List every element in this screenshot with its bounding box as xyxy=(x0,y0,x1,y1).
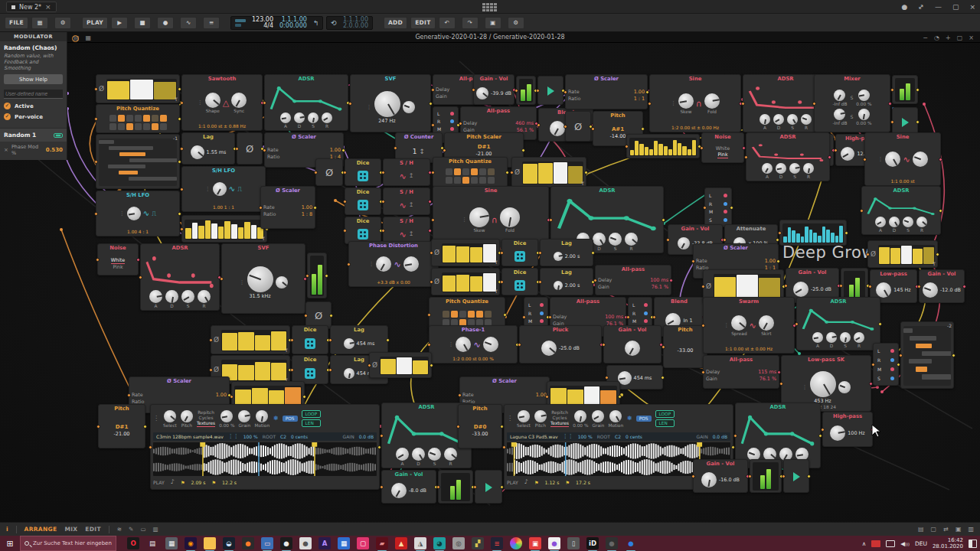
show-help-button[interactable]: Show Help xyxy=(4,74,63,84)
output-port-icon[interactable] xyxy=(776,259,780,263)
input-port-icon[interactable] xyxy=(691,474,695,478)
env-knob-R[interactable] xyxy=(625,233,638,246)
taskbar-icon-dark-red-app[interactable]: ▰ xyxy=(376,537,388,549)
env-knob-S[interactable] xyxy=(428,448,441,461)
key-bar[interactable] xyxy=(198,226,204,238)
taskbar-icon-color-wheel[interactable] xyxy=(510,537,522,549)
dice-4[interactable]: Dice xyxy=(501,239,538,266)
note-seq-b[interactable]: -2 xyxy=(900,321,954,389)
input-port-icon[interactable] xyxy=(700,146,704,150)
env-knob-R[interactable] xyxy=(444,448,457,461)
input-port-icon[interactable] xyxy=(94,87,98,91)
input-port-icon[interactable] xyxy=(381,229,385,233)
cutoff-knob[interactable] xyxy=(247,266,273,292)
env-knob-D[interactable] xyxy=(826,332,837,343)
resonance-knob[interactable] xyxy=(276,276,288,289)
taskbar-icon-blue-sphere[interactable]: ● xyxy=(625,537,637,549)
input-port-icon[interactable] xyxy=(538,251,542,255)
param-value[interactable]: 1 : 8 xyxy=(302,212,312,217)
output-port-icon[interactable] xyxy=(730,206,733,210)
osc-knob-2[interactable] xyxy=(913,152,928,167)
input-port-icon[interactable] xyxy=(648,102,652,106)
output-port-icon[interactable] xyxy=(878,322,882,326)
file-icon[interactable]: ▢ xyxy=(931,526,937,533)
fullscreen-icon[interactable]: ↔ xyxy=(916,2,926,11)
osc-settings[interactable]: 1:1 0.00 st xyxy=(865,179,940,184)
taskbar-icon-opera[interactable]: O xyxy=(127,537,139,549)
input-port-icon[interactable] xyxy=(443,148,446,152)
slider-bar[interactable] xyxy=(130,80,152,99)
end-time[interactable]: 17.2 s xyxy=(576,480,590,485)
taskbar-icon-explorer[interactable] xyxy=(204,537,216,549)
taskbar-icon-firefox[interactable]: ◉ xyxy=(185,537,197,549)
step-cell[interactable] xyxy=(143,123,150,130)
pluck-1[interactable]: Pluck-25.0 dB xyxy=(519,325,602,364)
amount-knob[interactable] xyxy=(830,425,845,441)
taskbar-icon-jpg-app[interactable]: ▣ xyxy=(529,537,541,549)
zoom-in-icon[interactable]: + xyxy=(946,34,951,41)
taskbar-icon-speaker-box[interactable]: ▯ xyxy=(567,537,580,549)
amount-knob[interactable] xyxy=(550,121,565,136)
envelope-display[interactable] xyxy=(143,253,217,289)
automation-icon[interactable]: ∿ xyxy=(180,17,197,29)
env-knob-D[interactable] xyxy=(889,217,900,227)
output-port-icon[interactable] xyxy=(952,354,956,357)
input-port-icon[interactable] xyxy=(748,474,752,478)
taskbar-icon-gray-swirl[interactable]: ◎ xyxy=(452,537,465,549)
lag-3[interactable]: Lag2.00 s xyxy=(540,268,593,295)
input-port-icon[interactable] xyxy=(723,238,727,242)
vbars-a[interactable] xyxy=(626,134,700,158)
amount-knob[interactable] xyxy=(191,145,204,159)
slider-bar[interactable] xyxy=(470,247,483,262)
osc-settings[interactable]: 1:1 0.00 st ± 0.88 Hz xyxy=(182,124,262,129)
slider-bar[interactable] xyxy=(381,359,396,374)
sample-file-bar[interactable]: Laguna C3 Pad5.wav⋮⋮100 %ROOTC20 centsGA… xyxy=(507,432,730,441)
output-port-icon[interactable] xyxy=(962,285,966,289)
param-row[interactable]: Ratio1 : 8 xyxy=(263,212,312,217)
cutoff-value[interactable]: 31.5 kHz xyxy=(249,293,270,299)
osc-knob-1[interactable] xyxy=(678,93,694,109)
input-port-icon[interactable] xyxy=(180,227,184,231)
note-lane[interactable] xyxy=(903,326,951,386)
per-voice-checkbox-row[interactable]: ✓ Per-voice xyxy=(4,113,63,120)
step-cell[interactable] xyxy=(152,115,158,122)
device-icon[interactable]: ▣ xyxy=(956,526,962,533)
input-port-icon[interactable] xyxy=(890,120,894,124)
output-port-icon[interactable] xyxy=(302,395,306,399)
slider-bank-a[interactable]: ØT xyxy=(96,74,180,103)
dice-icon[interactable] xyxy=(514,280,525,291)
output-port-icon[interactable] xyxy=(916,120,920,124)
param-value[interactable]: 1.00 xyxy=(302,205,312,210)
input-port-icon[interactable] xyxy=(94,117,98,121)
key-bar[interactable] xyxy=(251,225,257,239)
slider-bar[interactable] xyxy=(759,278,780,298)
output-port-icon[interactable] xyxy=(641,127,645,131)
keyboard-language[interactable]: DEU xyxy=(915,540,927,547)
param-row[interactable]: Rate1.00 xyxy=(462,393,547,398)
osc-knob-2[interactable] xyxy=(759,315,774,331)
sample-file-name[interactable]: Laguna C3 Pad5.wav xyxy=(510,434,558,439)
active-checkbox-row[interactable]: ✓ Active xyxy=(4,103,63,109)
input-port-icon[interactable] xyxy=(381,171,385,174)
gainvol-1[interactable]: Gain - Vol-39.9 dB xyxy=(473,74,514,105)
slider-bar[interactable] xyxy=(456,275,469,292)
pitch-note[interactable]: D#0 xyxy=(474,424,487,430)
envelope-display[interactable] xyxy=(864,196,938,216)
mode-repitch[interactable]: Repitch xyxy=(198,410,214,416)
osc-knob-1[interactable] xyxy=(376,256,391,272)
channel-port-icon[interactable] xyxy=(724,210,727,214)
param-row[interactable]: Rate1.00 xyxy=(696,259,776,264)
pan-knob[interactable] xyxy=(858,90,870,101)
pitch-note[interactable]: D#1 xyxy=(478,144,491,150)
amount-value[interactable]: 454 ms xyxy=(634,375,652,381)
input-port-icon[interactable] xyxy=(394,146,397,150)
input-port-icon[interactable] xyxy=(917,285,921,289)
output-port-icon[interactable] xyxy=(662,218,665,222)
key-bar[interactable] xyxy=(224,221,230,239)
env-knob-D[interactable] xyxy=(165,290,178,303)
param-value[interactable]: 1.00 xyxy=(634,90,645,95)
output-port-icon[interactable] xyxy=(828,155,831,159)
amount-value[interactable]: -25.0 dB xyxy=(811,286,831,292)
grid-canvas[interactable]: ØTPitch Quantize-1Sawtooth⋮Shape△Sync1:1… xyxy=(0,43,980,522)
output-port-icon[interactable] xyxy=(430,364,433,367)
